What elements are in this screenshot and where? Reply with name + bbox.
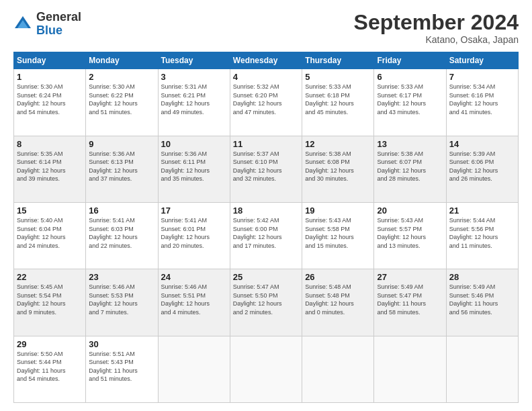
day-detail: Sunrise: 5:37 AM Sunset: 6:10 PM Dayligh… <box>233 150 299 183</box>
day-detail: Sunrise: 5:40 AM Sunset: 6:04 PM Dayligh… <box>17 216 83 250</box>
day-detail: Sunrise: 5:46 AM Sunset: 5:53 PM Dayligh… <box>89 283 154 316</box>
day-detail: Sunrise: 5:51 AM Sunset: 5:43 PM Dayligh… <box>89 350 154 383</box>
logo-icon <box>13 15 32 34</box>
day-number: 19 <box>305 205 371 216</box>
table-cell: 2Sunrise: 5:30 AM Sunset: 6:22 PM Daylig… <box>86 69 158 136</box>
table-cell: 5Sunrise: 5:33 AM Sunset: 6:18 PM Daylig… <box>302 69 374 136</box>
day-detail: Sunrise: 5:41 AM Sunset: 6:01 PM Dayligh… <box>161 216 227 250</box>
day-number: 25 <box>233 272 299 282</box>
day-number: 14 <box>449 139 515 149</box>
table-cell: 9Sunrise: 5:36 AM Sunset: 6:13 PM Daylig… <box>86 136 158 202</box>
table-cell: 19Sunrise: 5:43 AM Sunset: 5:58 PM Dayli… <box>302 202 374 269</box>
logo-text: General Blue <box>36 11 81 38</box>
col-tuesday: Tuesday <box>158 52 230 69</box>
table-cell: 26Sunrise: 5:48 AM Sunset: 5:48 PM Dayli… <box>302 269 374 336</box>
day-detail: Sunrise: 5:33 AM Sunset: 6:18 PM Dayligh… <box>305 83 371 116</box>
day-detail: Sunrise: 5:47 AM Sunset: 5:50 PM Dayligh… <box>233 283 299 316</box>
day-number: 28 <box>449 272 515 282</box>
day-number: 7 <box>449 72 515 82</box>
day-number: 16 <box>89 205 154 216</box>
table-cell: 8Sunrise: 5:35 AM Sunset: 6:14 PM Daylig… <box>14 136 86 202</box>
day-number: 3 <box>161 72 227 82</box>
day-number: 10 <box>161 139 227 149</box>
day-detail: Sunrise: 5:36 AM Sunset: 6:11 PM Dayligh… <box>161 150 227 183</box>
table-cell: 6Sunrise: 5:33 AM Sunset: 6:17 PM Daylig… <box>374 69 446 136</box>
logo-general: General <box>36 10 81 24</box>
day-number: 11 <box>233 139 299 149</box>
table-cell: 13Sunrise: 5:38 AM Sunset: 6:07 PM Dayli… <box>374 136 446 202</box>
day-number: 23 <box>89 272 154 282</box>
col-monday: Monday <box>86 52 158 69</box>
day-detail: Sunrise: 5:34 AM Sunset: 6:16 PM Dayligh… <box>449 83 515 116</box>
table-cell: 17Sunrise: 5:41 AM Sunset: 6:01 PM Dayli… <box>158 202 230 269</box>
col-thursday: Thursday <box>302 52 374 69</box>
location-subtitle: Katano, Osaka, Japan <box>354 34 519 45</box>
header: General Blue September 2024 Katano, Osak… <box>13 11 519 45</box>
day-number: 13 <box>377 139 443 149</box>
logo-blue: Blue <box>36 24 62 37</box>
day-number: 1 <box>17 72 83 82</box>
table-cell: 21Sunrise: 5:44 AM Sunset: 5:56 PM Dayli… <box>446 202 518 269</box>
table-cell <box>158 336 230 402</box>
day-detail: Sunrise: 5:42 AM Sunset: 6:00 PM Dayligh… <box>233 216 299 250</box>
day-detail: Sunrise: 5:30 AM Sunset: 6:22 PM Dayligh… <box>89 83 154 116</box>
col-saturday: Saturday <box>446 52 518 69</box>
day-detail: Sunrise: 5:44 AM Sunset: 5:56 PM Dayligh… <box>449 216 515 250</box>
table-cell: 4Sunrise: 5:32 AM Sunset: 6:20 PM Daylig… <box>230 69 302 136</box>
table-cell: 12Sunrise: 5:38 AM Sunset: 6:08 PM Dayli… <box>302 136 374 202</box>
day-detail: Sunrise: 5:38 AM Sunset: 6:08 PM Dayligh… <box>305 150 371 183</box>
table-cell: 25Sunrise: 5:47 AM Sunset: 5:50 PM Dayli… <box>230 269 302 336</box>
col-friday: Friday <box>374 52 446 69</box>
day-number: 4 <box>233 72 299 82</box>
day-detail: Sunrise: 5:49 AM Sunset: 5:47 PM Dayligh… <box>377 283 443 316</box>
day-number: 5 <box>305 72 371 82</box>
month-title: September 2024 <box>354 11 519 34</box>
calendar-header-row: Sunday Monday Tuesday Wednesday Thursday… <box>14 52 519 69</box>
day-number: 26 <box>305 272 371 282</box>
table-cell: 14Sunrise: 5:39 AM Sunset: 6:06 PM Dayli… <box>446 136 518 202</box>
day-number: 29 <box>17 339 83 349</box>
day-number: 30 <box>89 339 154 349</box>
day-number: 12 <box>305 139 371 149</box>
day-number: 18 <box>233 205 299 216</box>
calendar-row-1: 1Sunrise: 5:30 AM Sunset: 6:24 PM Daylig… <box>14 69 519 136</box>
table-cell: 3Sunrise: 5:31 AM Sunset: 6:21 PM Daylig… <box>158 69 230 136</box>
table-cell: 16Sunrise: 5:41 AM Sunset: 6:03 PM Dayli… <box>86 202 158 269</box>
table-cell: 22Sunrise: 5:45 AM Sunset: 5:54 PM Dayli… <box>14 269 86 336</box>
day-detail: Sunrise: 5:45 AM Sunset: 5:54 PM Dayligh… <box>17 283 83 316</box>
day-detail: Sunrise: 5:43 AM Sunset: 5:58 PM Dayligh… <box>305 216 371 250</box>
day-detail: Sunrise: 5:38 AM Sunset: 6:07 PM Dayligh… <box>377 150 443 183</box>
table-cell <box>230 336 302 402</box>
table-cell: 15Sunrise: 5:40 AM Sunset: 6:04 PM Dayli… <box>14 202 86 269</box>
table-cell: 27Sunrise: 5:49 AM Sunset: 5:47 PM Dayli… <box>374 269 446 336</box>
day-detail: Sunrise: 5:50 AM Sunset: 5:44 PM Dayligh… <box>17 350 83 383</box>
day-detail: Sunrise: 5:33 AM Sunset: 6:17 PM Dayligh… <box>377 83 443 116</box>
day-detail: Sunrise: 5:49 AM Sunset: 5:46 PM Dayligh… <box>449 283 515 316</box>
day-detail: Sunrise: 5:39 AM Sunset: 6:06 PM Dayligh… <box>449 150 515 183</box>
day-detail: Sunrise: 5:46 AM Sunset: 5:51 PM Dayligh… <box>161 283 227 316</box>
day-number: 6 <box>377 72 443 82</box>
day-detail: Sunrise: 5:32 AM Sunset: 6:20 PM Dayligh… <box>233 83 299 116</box>
table-cell: 20Sunrise: 5:43 AM Sunset: 5:57 PM Dayli… <box>374 202 446 269</box>
day-number: 24 <box>161 272 227 282</box>
day-number: 21 <box>449 205 515 216</box>
day-number: 22 <box>17 272 83 282</box>
table-cell: 23Sunrise: 5:46 AM Sunset: 5:53 PM Dayli… <box>86 269 158 336</box>
day-detail: Sunrise: 5:30 AM Sunset: 6:24 PM Dayligh… <box>17 83 83 116</box>
table-cell: 28Sunrise: 5:49 AM Sunset: 5:46 PM Dayli… <box>446 269 518 336</box>
day-detail: Sunrise: 5:43 AM Sunset: 5:57 PM Dayligh… <box>377 216 443 250</box>
table-cell: 11Sunrise: 5:37 AM Sunset: 6:10 PM Dayli… <box>230 136 302 202</box>
calendar-row-5: 29Sunrise: 5:50 AM Sunset: 5:44 PM Dayli… <box>14 336 519 402</box>
day-number: 20 <box>377 205 443 216</box>
day-number: 2 <box>89 72 154 82</box>
table-cell: 24Sunrise: 5:46 AM Sunset: 5:51 PM Dayli… <box>158 269 230 336</box>
table-cell <box>302 336 374 402</box>
day-detail: Sunrise: 5:36 AM Sunset: 6:13 PM Dayligh… <box>89 150 154 183</box>
day-detail: Sunrise: 5:48 AM Sunset: 5:48 PM Dayligh… <box>305 283 371 316</box>
calendar-table: Sunday Monday Tuesday Wednesday Thursday… <box>13 52 519 403</box>
calendar-row-3: 15Sunrise: 5:40 AM Sunset: 6:04 PM Dayli… <box>14 202 519 269</box>
logo: General Blue <box>13 11 81 38</box>
table-cell: 7Sunrise: 5:34 AM Sunset: 6:16 PM Daylig… <box>446 69 518 136</box>
table-cell <box>446 336 518 402</box>
page: General Blue September 2024 Katano, Osak… <box>0 0 532 411</box>
